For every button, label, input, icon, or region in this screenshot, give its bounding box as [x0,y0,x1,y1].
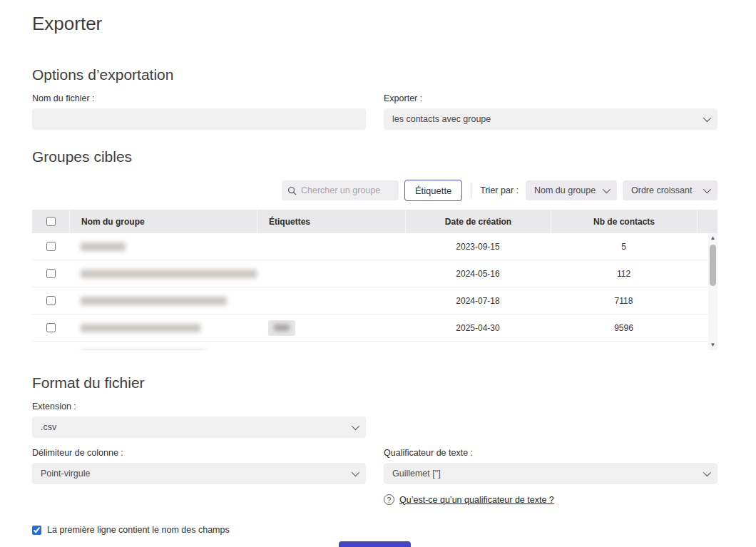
delimiter-selected-value: Point-virgule [41,469,90,479]
select-all-checkbox[interactable] [46,217,56,226]
group-search-input[interactable] [301,185,387,195]
sort-field-select[interactable]: Nom du groupe [526,180,617,200]
row-checkbox[interactable] [46,296,56,305]
export-mode-label: Exporter : [384,93,717,103]
delimiter-qualifier-row: Délimiteur de colonne : Point-virgule Qu… [32,438,717,505]
delimiter-label: Délimiteur de colonne : [32,448,366,458]
qualifier-label: Qualificateur de texte : [384,448,717,458]
row-date: 2024-07-18 [405,296,551,306]
page-title: Exporter [32,13,717,35]
search-icon [287,186,297,195]
chevron-down-icon [352,422,359,430]
qualifier-select[interactable]: Guillemet ["] [384,463,717,484]
table-row[interactable]: 2024-05-16 112 [32,260,717,287]
chevron-down-icon [703,185,711,193]
export-mode-field-group: Exporter : les contacts avec groupe [384,83,717,130]
table-row[interactable]: 2024-07-18 7118 [32,287,717,315]
header-date: Date de création [405,210,551,233]
extension-selected-value: .csv [41,422,56,432]
tag-filter-button[interactable]: Étiquette [404,180,462,201]
row-checkbox[interactable] [46,323,56,332]
first-line-option-row: La première ligne contient le nom des ch… [32,525,717,535]
redacted-group-name [81,297,227,305]
export-mode-select[interactable]: les contacts avec groupe [384,108,717,130]
first-line-checkbox[interactable] [32,526,41,535]
groups-table-header: Nom du groupe Étiquettes Date de créatio… [32,210,717,233]
target-groups-heading: Groupes cibles [32,148,717,165]
row-date: 2023-09-15 [405,242,551,252]
select-all-header-cell [32,210,69,233]
scrollbar-thumb[interactable] [710,245,716,286]
scroll-down-icon[interactable]: ▼ [710,340,716,350]
table-scrollbar[interactable]: ▲ ▼ [708,233,717,350]
header-scroll-gap [697,210,706,233]
row-checkbox[interactable] [46,242,56,251]
groups-table: Nom du groupe Étiquettes Date de créatio… [32,210,717,350]
row-date: 2024-05-16 [405,269,551,279]
qualifier-selected-value: Guillemet ["] [392,469,441,479]
row-count: 5 [551,242,697,252]
export-submit-button[interactable]: Exporter [339,541,411,547]
export-mode-selected-value: les contacts avec groupe [392,114,491,124]
first-line-checkbox-label[interactable]: La première ligne contient le nom des ch… [47,525,230,535]
extension-select[interactable]: .csv [32,416,366,438]
chevron-down-icon [703,469,711,476]
sort-by-label: Trier par : [480,185,519,195]
table-row[interactable]: 2025-04-30 9596 [32,315,717,342]
sort-field-selected-value: Nom du groupe [534,185,596,195]
group-search-box[interactable] [282,180,399,200]
extension-label: Extension : [32,402,366,411]
submit-row: Exporter [32,541,717,547]
redacted-group-name [81,324,200,332]
table-row[interactable]: 2024-12-19 84 [32,342,717,350]
header-group-name: Nom du groupe [69,210,257,233]
scroll-up-icon[interactable]: ▲ [710,233,716,243]
header-tags: Étiquettes [257,210,405,233]
table-row[interactable]: 2023-09-15 5 [32,233,717,260]
export-page: Exporter Options d’exportation Nom du fi… [0,0,756,547]
row-date: 2025-04-30 [405,323,551,333]
sort-order-select[interactable]: Ordre croissant [623,180,717,200]
qualifier-help-row: ? Qu’est-ce qu’un qualificateur de texte… [384,494,717,505]
filename-input[interactable] [32,108,366,130]
chevron-down-icon [603,185,611,193]
row-count: 112 [551,269,697,279]
chevron-down-icon [703,114,711,122]
redacted-tag-label [274,324,290,331]
file-format-heading: Format du fichier [32,374,717,392]
header-count: Nb de contacts [551,210,697,233]
filename-label: Nom du fichier : [32,93,366,103]
help-icon: ? [384,494,394,505]
tag-badge [268,320,295,336]
row-count: 9596 [551,323,697,333]
redacted-group-name [81,270,257,278]
qualifier-field-group: Qualificateur de texte : Guillemet ["] ?… [384,438,717,505]
toolbar-divider [471,183,471,198]
delimiter-field-group: Délimiteur de colonne : Point-virgule [32,438,366,505]
export-options-heading: Options d’exportation [32,66,717,83]
qualifier-help-link[interactable]: Qu’est-ce qu’un qualificateur de texte ? [399,495,554,505]
sort-order-selected-value: Ordre croissant [631,185,692,195]
chevron-down-icon [352,469,359,476]
row-checkbox[interactable] [46,269,56,278]
groups-table-body: 2023-09-15 5 2024-05-16 112 2024-07-18 7… [32,233,717,350]
filename-field-group: Nom du fichier : [32,83,366,130]
extension-field-group: Extension : .csv [32,392,366,438]
row-date: 2024-12-19 [405,350,551,351]
extension-row: Extension : .csv [32,392,717,438]
redacted-group-name [81,242,126,251]
groups-toolbar: Étiquette Trier par : Nom du groupe Ordr… [32,180,717,201]
export-options-grid: Nom du fichier : Exporter : les contacts… [32,83,717,130]
row-count: 84 [551,350,697,351]
delimiter-select[interactable]: Point-virgule [32,463,366,484]
row-count: 7118 [551,296,697,306]
